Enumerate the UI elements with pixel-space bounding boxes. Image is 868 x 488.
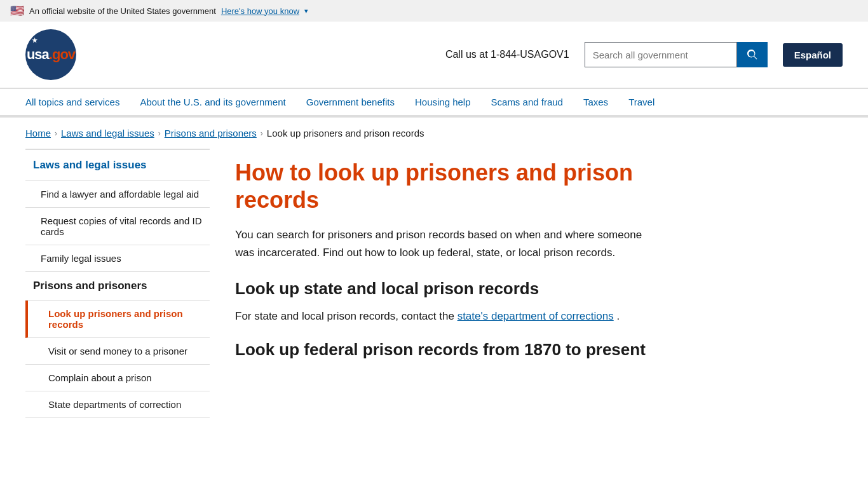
main-nav: All topics and services About the U.S. a… — [0, 88, 868, 118]
breadcrumb-sep-1: › — [55, 129, 57, 138]
search-input[interactable] — [585, 42, 737, 67]
nav-travel[interactable]: Travel — [618, 89, 665, 115]
breadcrumb-prisons[interactable]: Prisons and prisoners — [165, 128, 257, 139]
sidebar-subitem-lookup[interactable]: Look up prisoners and prison records — [25, 301, 210, 338]
search-icon — [746, 48, 759, 61]
site-header: ★ usa.gov Call us at 1-844-USAGOV1 Españ… — [0, 22, 868, 88]
breadcrumb-sep-2: › — [158, 129, 161, 138]
sidebar-link-complain[interactable]: Complain about a prison — [48, 372, 152, 383]
section1-text-end: . — [616, 310, 620, 322]
official-text: An official website of the United States… — [29, 6, 216, 16]
sidebar-link-lawyer[interactable]: Find a lawyer and affordable legal aid — [41, 189, 199, 200]
sidebar-subitem-visit[interactable]: Visit or send money to a prisoner — [25, 338, 210, 365]
section1-heading: Look up state and local prison records — [235, 279, 654, 299]
sidebar-subitem-state-depts[interactable]: State departments of correction — [25, 391, 210, 418]
nav-gov-benefits[interactable]: Government benefits — [296, 89, 405, 115]
search-button[interactable] — [737, 42, 768, 67]
phone-number: Call us at 1-844-USAGOV1 — [445, 49, 569, 60]
sidebar-link-lookup[interactable]: Look up prisoners and prison records — [48, 308, 183, 330]
nav-taxes[interactable]: Taxes — [573, 89, 618, 115]
sidebar: Laws and legal issues Find a lawyer and … — [25, 149, 210, 418]
sidebar-link-visit[interactable]: Visit or send money to a prisoner — [48, 346, 187, 356]
header-right: Call us at 1-844-USAGOV1 Español — [445, 42, 843, 67]
gov-banner: 🇺🇸 An official website of the United Sta… — [0, 0, 868, 22]
state-corrections-link[interactable]: state's department of corrections — [458, 310, 614, 322]
heres-how-link[interactable]: Here's how you know — [221, 6, 299, 16]
article-title: How to look up prisoners and prison reco… — [235, 159, 654, 214]
chevron-down-icon: ▾ — [304, 7, 308, 15]
sidebar-prisons-section[interactable]: Prisons and prisoners — [25, 272, 210, 301]
sidebar-link-vital-records[interactable]: Request copies of vital records and ID c… — [41, 215, 201, 237]
sidebar-link-state-depts[interactable]: State departments of correction — [48, 399, 181, 410]
breadcrumb-laws[interactable]: Laws and legal issues — [61, 128, 154, 139]
breadcrumb-home[interactable]: Home — [25, 128, 51, 139]
sidebar-link-family[interactable]: Family legal issues — [41, 253, 121, 264]
breadcrumb-current: Look up prisoners and prison records — [267, 128, 424, 139]
sidebar-section-title[interactable]: Laws and legal issues — [25, 150, 210, 181]
espanol-button[interactable]: Español — [783, 43, 843, 67]
section1-text: For state and local prison records, cont… — [235, 308, 654, 325]
sidebar-subitem-complain[interactable]: Complain about a prison — [25, 365, 210, 391]
article-intro: You can search for prisoners and prison … — [235, 226, 654, 261]
section2-heading: Look up federal prison records from 1870… — [235, 340, 654, 360]
nav-about-us[interactable]: About the U.S. and its government — [130, 89, 295, 115]
search-bar — [585, 42, 768, 67]
breadcrumb-sep-3: › — [261, 129, 263, 138]
nav-housing[interactable]: Housing help — [405, 89, 481, 115]
logo-text: usa.gov — [27, 46, 75, 63]
nav-scams[interactable]: Scams and fraud — [481, 89, 573, 115]
usagov-logo[interactable]: ★ usa.gov — [25, 29, 76, 80]
nav-all-topics[interactable]: All topics and services — [25, 89, 130, 115]
star-icon: ★ — [32, 37, 37, 44]
logo-area: ★ usa.gov — [25, 29, 76, 80]
breadcrumb: Home › Laws and legal issues › Prisons a… — [0, 118, 868, 149]
us-flag-icon: 🇺🇸 — [10, 4, 24, 18]
article: How to look up prisoners and prison reco… — [235, 149, 654, 418]
sidebar-item-lawyer[interactable]: Find a lawyer and affordable legal aid — [25, 181, 210, 208]
section1-text-before: For state and local prison records, cont… — [235, 310, 454, 322]
sidebar-item-family[interactable]: Family legal issues — [25, 245, 210, 272]
sidebar-item-vital-records[interactable]: Request copies of vital records and ID c… — [25, 208, 210, 245]
main-content: Laws and legal issues Find a lawyer and … — [0, 149, 763, 418]
